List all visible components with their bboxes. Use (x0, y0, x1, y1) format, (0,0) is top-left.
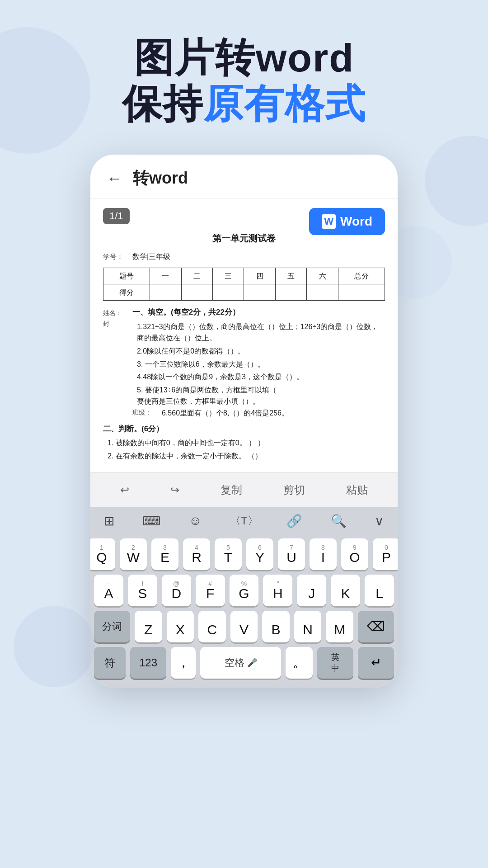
link-icon[interactable]: 🔗 (286, 514, 302, 528)
key-o[interactable]: 9O (341, 538, 368, 570)
keyboard: 1Q 2W 3E 4R 5T 6Y 7U 8I 9O 0P -A !S @D #… (90, 535, 398, 688)
doc-item-6: 6.560里面有（）个8,（）的4倍是256。 (162, 407, 385, 419)
grid-icon[interactable]: ⊞ (104, 514, 114, 528)
subject-value: 数学|三年级 (132, 250, 170, 263)
hero-line2-part2: 原有格式 (203, 81, 366, 126)
key-m[interactable]: M (326, 611, 353, 642)
name-label: 姓名：封 (103, 306, 132, 419)
key-fenci[interactable]: 分词 (94, 611, 130, 642)
keyboard-row-4: 符 123 ， 空格 🎤 。 英 中 ↵ (94, 647, 394, 679)
key-x[interactable]: X (167, 611, 194, 642)
mic-icon: 🎤 (247, 658, 257, 668)
section2: 二、判断。(6分） 1. 被除数的中间有0，商的中间也一定有0。 ） ） 2. … (103, 423, 385, 462)
key-q[interactable]: 1Q (90, 538, 115, 570)
key-123[interactable]: 123 (130, 647, 166, 679)
key-f[interactable]: #F (196, 575, 225, 606)
undo-button[interactable]: ↩ (111, 481, 138, 499)
key-space[interactable]: 空格 🎤 (200, 647, 281, 679)
doc-item-1: 1.321÷3的商是（）位数，商的最高位在（）位上；126÷3的商是（）位数，商… (137, 321, 385, 344)
collapse-icon[interactable]: ∨ (375, 514, 384, 528)
cut-button[interactable]: 剪切 (274, 480, 314, 500)
page-badge: 1/1 (103, 208, 130, 224)
keyboard-row-3: 分词 Z X C V B N M ⌫ (94, 611, 394, 642)
app-title: 转word (133, 167, 188, 189)
emoji-icon[interactable]: ☺ (189, 514, 202, 528)
key-delete[interactable]: ⌫ (358, 611, 394, 642)
key-i[interactable]: 8I (310, 538, 337, 570)
section1-title: 一、填空。(每空2分，共22分） (132, 306, 385, 319)
key-h[interactable]: "H (263, 575, 292, 606)
key-p[interactable]: 0P (373, 538, 398, 570)
key-t[interactable]: 5T (215, 538, 242, 570)
keyboard-row-1: 1Q 2W 3E 4R 5T 6Y 7U 8I 9O 0P (94, 538, 394, 570)
key-r[interactable]: 4R (183, 538, 210, 570)
doc-viewer: 1/1 W Word 第一单元测试卷 学号： 数学|三年级 题号 一 二 三 四 (90, 199, 398, 472)
doc-sections: 一、填空。(每空2分，共22分） 1.321÷3的商是（）位数，商的最高位在（）… (132, 306, 385, 419)
key-comma[interactable]: ， (171, 647, 196, 679)
phone-mockup: ← 转word 1/1 W Word 第一单元测试卷 学号： 数学|三年级 题号… (90, 155, 398, 687)
word-button-label: Word (340, 214, 372, 229)
key-b[interactable]: B (262, 611, 290, 642)
doc-item-3: 3. 一个三位数除以6，余数最大是（）。 (137, 359, 385, 370)
doc-item-6-row: 班级： 6.560里面有（）个8,（）的4倍是256。 (132, 407, 385, 419)
key-j[interactable]: J (297, 575, 326, 606)
key-g[interactable]: %G (230, 575, 259, 606)
key-c[interactable]: C (198, 611, 226, 642)
judge-item-2: 2. 在有余数的除法中，余数一定小于除数。 （） (108, 450, 385, 462)
hero-line2-part1: 保持 (122, 81, 203, 126)
key-k[interactable]: K (331, 575, 360, 606)
back-button[interactable]: ← (107, 170, 122, 187)
doc-item-5: 5. 要使13÷6的商是两位数，方框里可以填（要使商是三位数，方框里最小填（）。 (137, 384, 385, 407)
copy-button[interactable]: 复制 (211, 480, 251, 500)
doc-item-4: 4.48除以一个数的商是9，余数是3，这个数是（）。 (137, 371, 385, 383)
class-label: 班级： (132, 407, 162, 418)
doc-table: 题号 一 二 三 四 五 六 总分 得分 (103, 268, 385, 301)
word-export-button[interactable]: W Word (309, 208, 385, 235)
doc-item-5-row: 5. 要使13÷6的商是两位数，方框里可以填（要使商是三位数，方框里最小填（）。 (137, 384, 385, 407)
doc-item-2: 2.0除以任何不是0的数都得（）。 (137, 345, 385, 357)
judge-item-1: 1. 被除数的中间有0，商的中间也一定有0。 ） ） (108, 437, 385, 449)
key-return[interactable]: ↵ (358, 647, 394, 679)
key-a[interactable]: -A (94, 575, 123, 606)
key-s[interactable]: !S (128, 575, 157, 606)
hero-line2: 保持原有格式 (27, 80, 461, 128)
key-n[interactable]: N (294, 611, 322, 642)
search-kb-icon[interactable]: 🔍 (331, 514, 347, 528)
subject-label: 学号： (103, 251, 132, 263)
key-period[interactable]: 。 (286, 647, 313, 679)
redo-button[interactable]: ↪ (161, 481, 188, 499)
key-l[interactable]: L (365, 575, 394, 606)
edit-toolbar: ↩ ↪ 复制 剪切 粘贴 (90, 472, 398, 507)
key-u[interactable]: 7U (278, 538, 305, 570)
section2-title: 二、判断。(6分） (103, 423, 385, 436)
key-z[interactable]: Z (135, 611, 162, 642)
code-icon[interactable]: 〈T〉 (230, 514, 258, 528)
key-w[interactable]: 2W (120, 538, 147, 570)
paste-button[interactable]: 粘贴 (337, 480, 377, 500)
hero-line1: 图片转word (27, 36, 461, 80)
word-icon: W (322, 214, 336, 229)
key-lang[interactable]: 英 中 (317, 647, 353, 679)
kb-toolbar: ⊞ ⌨ ☺ 〈T〉 🔗 🔍 ∨ (90, 507, 398, 535)
key-d[interactable]: @D (162, 575, 191, 606)
keyboard-icon[interactable]: ⌨ (142, 514, 160, 528)
key-v[interactable]: V (230, 611, 258, 642)
key-y[interactable]: 6Y (246, 538, 273, 570)
app-header: ← 转word (90, 155, 398, 199)
key-fu[interactable]: 符 (94, 647, 126, 679)
doc-content: 第一单元测试卷 学号： 数学|三年级 题号 一 二 三 四 五 六 总分 得分 (103, 231, 385, 462)
keyboard-row-2: -A !S @D #F %G "H J K L (94, 575, 394, 606)
key-e[interactable]: 3E (151, 538, 178, 570)
